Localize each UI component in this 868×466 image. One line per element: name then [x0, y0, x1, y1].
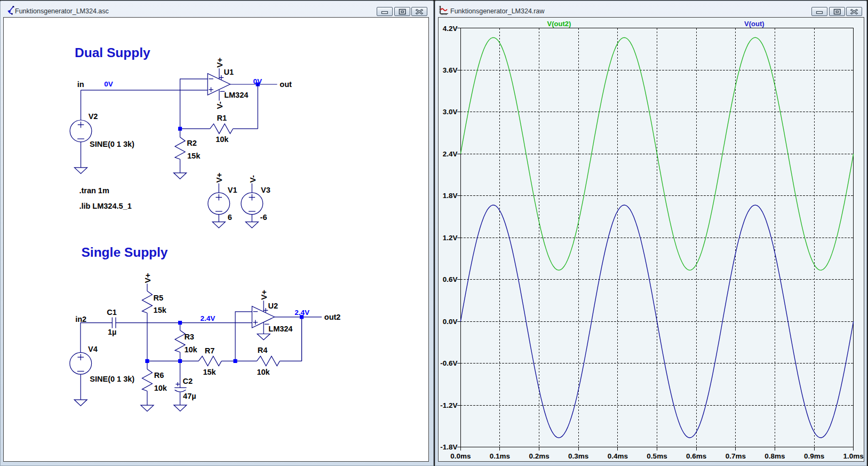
- svg-text:1.0ms: 1.0ms: [843, 452, 864, 460]
- svg-text:-1.8V: -1.8V: [440, 443, 457, 451]
- svg-text:2.4V: 2.4V: [201, 314, 216, 322]
- svg-text:10k: 10k: [184, 345, 197, 354]
- svg-text:15k: 15k: [154, 306, 167, 314]
- svg-text:R1: R1: [217, 114, 227, 122]
- svg-text:R2: R2: [187, 139, 197, 147]
- svg-text:in: in: [77, 80, 84, 89]
- svg-text:C1: C1: [107, 308, 117, 317]
- svg-text:R7: R7: [205, 346, 215, 355]
- svg-text:-6: -6: [260, 213, 267, 222]
- svg-text:LM324: LM324: [268, 325, 292, 333]
- svg-text:V+: V+: [143, 273, 152, 283]
- svg-text:0V: 0V: [104, 80, 113, 88]
- svg-text:V+: V+: [259, 290, 268, 300]
- svg-text:V4: V4: [88, 345, 98, 353]
- svg-text:SINE(0 1 3k): SINE(0 1 3k): [90, 140, 134, 148]
- svg-text:0.3ms: 0.3ms: [568, 452, 588, 460]
- svg-text:V+: V+: [215, 58, 224, 68]
- svg-text:6: 6: [228, 213, 232, 222]
- svg-text:U2: U2: [268, 302, 278, 310]
- svg-text:V(out): V(out): [744, 20, 765, 28]
- svg-text:V1: V1: [228, 186, 237, 194]
- svg-text:1µ: 1µ: [108, 328, 116, 336]
- svg-text:10k: 10k: [154, 384, 168, 392]
- svg-text:out: out: [280, 80, 292, 89]
- svg-text:V+: V+: [214, 172, 224, 183]
- svg-text:V(out2): V(out2): [547, 20, 571, 28]
- svg-text:3.0V: 3.0V: [443, 108, 458, 116]
- svg-text:0.6ms: 0.6ms: [686, 452, 706, 460]
- svg-text:-0.6V: -0.6V: [440, 359, 457, 367]
- svg-text:V2: V2: [89, 112, 98, 121]
- svg-text:15k: 15k: [187, 152, 201, 160]
- svg-text:1.2V: 1.2V: [443, 234, 458, 242]
- svg-text:0.0ms: 0.0ms: [450, 452, 471, 460]
- svg-text:out2: out2: [324, 313, 341, 321]
- svg-text:0.6V: 0.6V: [443, 275, 458, 283]
- svg-text:R3: R3: [184, 333, 194, 341]
- svg-text:0.4ms: 0.4ms: [608, 452, 628, 460]
- svg-text:10k: 10k: [216, 135, 229, 144]
- svg-text:10k: 10k: [257, 368, 270, 376]
- svg-text:U1: U1: [224, 68, 234, 76]
- svg-text:0.8ms: 0.8ms: [765, 452, 785, 460]
- svg-text:.tran 1m: .tran 1m: [79, 186, 109, 195]
- svg-text:0.2ms: 0.2ms: [529, 452, 549, 460]
- svg-text:0.0V: 0.0V: [443, 318, 458, 326]
- svg-text:-1.2V: -1.2V: [440, 401, 457, 409]
- svg-text:R5: R5: [154, 294, 164, 302]
- svg-text:0.7ms: 0.7ms: [726, 452, 746, 460]
- svg-text:SINE(0 1 3k): SINE(0 1 3k): [90, 375, 134, 383]
- svg-text:.lib LM324.5_1: .lib LM324.5_1: [79, 202, 131, 210]
- svg-text:0V: 0V: [253, 77, 262, 85]
- svg-text:LM324: LM324: [224, 91, 248, 99]
- svg-text:0.1ms: 0.1ms: [490, 452, 510, 460]
- svg-text:3.6V: 3.6V: [443, 66, 458, 74]
- svg-text:V-: V-: [215, 101, 224, 109]
- svg-text:4.2V: 4.2V: [443, 25, 458, 33]
- svg-text:0.9ms: 0.9ms: [804, 452, 824, 460]
- svg-text:R4: R4: [258, 346, 268, 354]
- svg-text:in2: in2: [75, 315, 86, 323]
- svg-text:1.8V: 1.8V: [443, 192, 458, 200]
- svg-text:0.5ms: 0.5ms: [647, 452, 667, 460]
- svg-text:C2: C2: [183, 377, 193, 385]
- svg-text:Single Supply: Single Supply: [82, 245, 168, 259]
- svg-text:V-: V-: [248, 175, 257, 183]
- svg-text:Dual Supply: Dual Supply: [75, 45, 150, 60]
- svg-text:2.4V: 2.4V: [443, 150, 458, 158]
- svg-text:15k: 15k: [203, 368, 216, 376]
- svg-text:47µ: 47µ: [183, 392, 196, 400]
- svg-text:V3: V3: [261, 186, 270, 194]
- svg-text:R6: R6: [154, 371, 164, 380]
